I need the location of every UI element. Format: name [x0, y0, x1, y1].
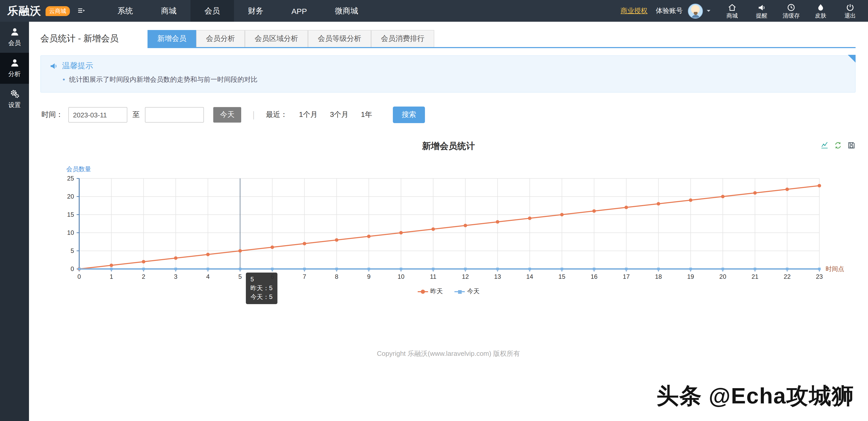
time-label: 时间：: [41, 110, 63, 120]
svg-text:11: 11: [430, 273, 436, 280]
tab-新增会员[interactable]: 新增会员: [148, 30, 196, 47]
svg-text:7: 7: [303, 273, 306, 280]
sidebar-item-会员[interactable]: 会员: [0, 22, 29, 53]
legend-label: 昨天: [430, 287, 443, 296]
svg-text:3: 3: [174, 273, 177, 280]
tab-会员区域分析[interactable]: 会员区域分析: [245, 30, 308, 47]
svg-text:0: 0: [71, 265, 74, 272]
cloud-mall-badge: 云商城: [45, 6, 70, 16]
legend-marker: [454, 289, 465, 293]
svg-text:13: 13: [494, 273, 501, 280]
quick-action-提醒[interactable]: 提醒: [747, 3, 776, 19]
recent-option-3个月[interactable]: 3个月: [324, 110, 355, 120]
sidebar-item-设置[interactable]: 设置: [0, 84, 29, 115]
svg-text:1: 1: [110, 273, 113, 280]
svg-text:12: 12: [462, 273, 469, 280]
notice-title: 温馨提示: [62, 61, 93, 71]
legend-marker: [417, 289, 428, 293]
sidebar-item-label: 分析: [8, 70, 21, 78]
tab-bar: 新增会员会员分析会员区域分析会员等级分析会员消费排行: [148, 30, 856, 48]
svg-text:10: 10: [398, 273, 404, 280]
caret-down-icon[interactable]: [705, 7, 712, 14]
start-date-input[interactable]: [68, 107, 127, 123]
sidebar-item-label: 会员: [8, 39, 21, 47]
notice-head: 温馨提示: [49, 61, 847, 71]
notice-list: 统计图展示了时间段内新增会员数的走势和与前一时间段的对比: [63, 75, 847, 84]
tab-会员等级分析[interactable]: 会员等级分析: [308, 30, 371, 47]
app-logo: 乐融沃: [7, 4, 41, 18]
megaphone-icon: [49, 62, 58, 70]
tooltip-line: 今天：5: [250, 293, 273, 301]
notice-collapse-corner[interactable]: [848, 55, 856, 63]
svg-text:8: 8: [335, 273, 338, 280]
account-name[interactable]: 体验账号: [656, 6, 683, 15]
svg-text:20: 20: [67, 193, 74, 200]
svg-text:会员数量: 会员数量: [66, 165, 91, 172]
svg-text:15: 15: [67, 211, 74, 218]
svg-text:18: 18: [655, 273, 662, 280]
quick-action-商城[interactable]: 商城: [717, 3, 747, 19]
svg-text:16: 16: [591, 273, 597, 280]
svg-text:4: 4: [206, 273, 210, 280]
notice-box: 温馨提示 统计图展示了时间段内新增会员数的走势和与前一时间段的对比: [40, 55, 856, 93]
quick-action-退出[interactable]: 退出: [835, 3, 865, 19]
new-members-chart[interactable]: 新增会员统计 051015202501234567891011121314151…: [29, 136, 868, 301]
chart-canvas[interactable]: 0510152025012345678910111213141516171819…: [29, 136, 868, 286]
today-button[interactable]: 今天: [213, 107, 241, 123]
svg-text:25: 25: [67, 175, 74, 182]
search-button[interactable]: 搜索: [393, 106, 425, 123]
svg-text:时间点: 时间点: [826, 265, 844, 272]
watermark: 头条 @Echa攻城狮: [657, 381, 855, 411]
notice-item: 统计图展示了时间段内新增会员数的走势和与前一时间段的对比: [63, 75, 847, 84]
nav-item-系统[interactable]: 系统: [103, 0, 147, 22]
avatar[interactable]: [688, 3, 703, 19]
svg-text:5: 5: [71, 247, 74, 254]
quick-action-label: 清缓存: [783, 13, 800, 19]
sidebar-item-label: 设置: [8, 101, 21, 110]
chart-tooltip: 5昨天：5今天：5: [246, 272, 277, 304]
svg-text:23: 23: [816, 273, 823, 280]
legend-item-今天[interactable]: 今天: [454, 287, 479, 296]
recent-option-1个月[interactable]: 1个月: [293, 110, 324, 120]
nav-item-微商城[interactable]: 微商城: [321, 0, 372, 22]
quick-action-清缓存[interactable]: 清缓存: [776, 3, 806, 19]
tab-会员分析[interactable]: 会员分析: [196, 30, 245, 47]
sidebar-item-分析[interactable]: 分析: [0, 53, 29, 84]
recent-option-1年[interactable]: 1年: [355, 110, 379, 120]
topbar: 乐融沃 云商城 系统商城会员财务APP微商城 商业授权 体验账号 商城提醒清缓存…: [0, 0, 868, 22]
analysis-icon: [9, 58, 20, 68]
top-nav: 系统商城会员财务APP微商城: [103, 0, 372, 22]
horn-icon: [757, 3, 766, 12]
power-icon: [846, 3, 855, 12]
license-link[interactable]: 商业授权: [621, 6, 648, 15]
svg-text:5: 5: [238, 273, 242, 280]
nav-item-会员[interactable]: 会员: [190, 0, 234, 22]
settings-icon: [9, 89, 20, 99]
nav-item-商城[interactable]: 商城: [147, 0, 190, 22]
tooltip-line: 昨天：5: [250, 284, 273, 293]
legend-label: 今天: [467, 287, 479, 296]
main-content: 会员统计 - 新增会员 新增会员会员分析会员区域分析会员等级分析会员消费排行 温…: [29, 22, 868, 421]
recent-options: 1个月3个月1年: [293, 110, 378, 120]
svg-text:20: 20: [719, 273, 726, 280]
end-date-input[interactable]: [145, 107, 204, 123]
sidebar: 会员分析设置: [0, 22, 29, 421]
home-icon: [728, 3, 737, 12]
svg-text:2: 2: [142, 273, 145, 280]
copyright: Copyright 乐融沃(www.laravelvip.com) 版权所有: [29, 349, 868, 358]
recent-label: 最近：: [266, 110, 287, 120]
svg-text:9: 9: [367, 273, 370, 280]
legend-item-昨天[interactable]: 昨天: [417, 287, 443, 296]
user-icon: [9, 27, 20, 37]
chart-legend: 昨天今天: [29, 287, 868, 296]
svg-text:17: 17: [623, 273, 630, 280]
to-label: 至: [132, 110, 140, 120]
svg-text:15: 15: [558, 273, 565, 280]
nav-item-财务[interactable]: 财务: [234, 0, 277, 22]
tab-会员消费排行[interactable]: 会员消费排行: [371, 30, 434, 47]
svg-text:0: 0: [78, 273, 81, 280]
topbar-right: 商业授权 体验账号 商城提醒清缓存皮肤退出: [621, 0, 868, 22]
quick-action-皮肤[interactable]: 皮肤: [806, 3, 835, 19]
hamburger-icon[interactable]: [74, 7, 89, 15]
nav-item-APP[interactable]: APP: [277, 0, 321, 22]
